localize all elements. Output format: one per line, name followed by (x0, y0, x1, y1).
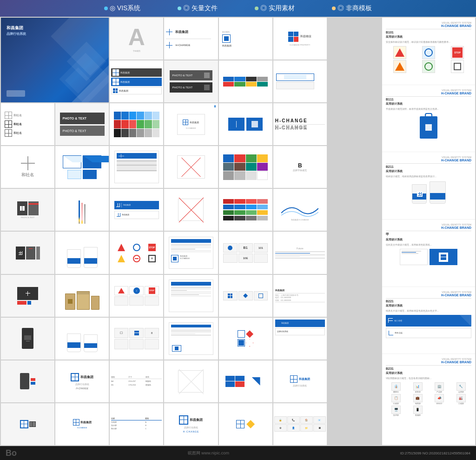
panel-title-2: 应用设计系统 (386, 102, 471, 106)
dept-icon-7: 📣 (435, 394, 444, 402)
panel-brand-4: H-CHANGE BRAND (386, 226, 471, 229)
brand-final-name: 和昌集团 (190, 418, 203, 422)
nav-template[interactable]: ◎ 非商模板 (332, 4, 372, 13)
panel-section-2: VISUAL IDENTITY SYSTEM H-CHANGE BRAND B1… (382, 85, 475, 153)
indicator-cell: 标识规范 和昌集团 (219, 18, 272, 60)
dept-label-10: 客服部 (415, 414, 421, 416)
panel-brand-3: H-CHANGE BRAND (386, 159, 471, 162)
svg-marker-1 (81, 74, 109, 102)
gray-logo-text-1: 和社名 (13, 113, 22, 118)
sign-sub: H-CHANGE (186, 127, 196, 129)
main-content: 和昌集团 品牌行动系统 A 字体规范 (0, 17, 476, 446)
table-cell-6: 胶版纸 (145, 384, 162, 386)
panel-brand-1: H-CHANGE BRAND (386, 24, 471, 27)
addr-line2: 电话：021-88888888 (275, 297, 325, 299)
dept-icon-6: 💼 (413, 394, 423, 402)
brand-final-sys: 品牌行动系统 (184, 426, 198, 429)
id-text: ID:27515099 NO:20200218212459561084 (400, 451, 470, 455)
cross-cell-1 (164, 146, 218, 188)
photo-label-1: PHOTO & TEXT (172, 74, 193, 77)
sign-header-1: 名称 (111, 418, 145, 420)
dept-icon-10: 📱 (413, 406, 423, 414)
dept-icon-4: 🔧 (456, 382, 466, 391)
panel-desc-1: 安全操作标识设计规范，标识设计应遵循标准规格与颜色要求... (386, 41, 471, 44)
color-grid-cell (219, 146, 272, 188)
icon-num1: 101 (254, 243, 268, 253)
future-label: Future (297, 247, 303, 250)
stop-text-2: STOP (149, 289, 154, 292)
sign-row-3: 警示牌C (111, 427, 162, 430)
letterhead-2-cell: 和昌集团H-CHANGE (164, 232, 218, 273)
big-logo-cell: 和社名 (1, 146, 54, 188)
panel-desc-4: 信封及文件袋设计规范，采用标准色彩系统... (386, 244, 471, 247)
logo-cell-1: 和昌集团 H-CHANGE (164, 18, 218, 60)
blue-box-cell (219, 103, 272, 145)
panel-brand-5: H-CHANGE BRAND (386, 293, 471, 297)
panel-section-5: VISUAL IDENTITY SYSTEM H-CHANGE BRAND B2… (382, 287, 475, 354)
addr-line1: 地址：上海市某区某路100号 (275, 294, 325, 296)
dark-logo-text: 和昌集团 (120, 71, 130, 74)
panel-brand-2: H-CHANGE BRAND (386, 92, 471, 95)
final-brand-cell: 和昌集团 H-CHANGE (55, 403, 109, 445)
dept-icon-8: 🏭 (456, 394, 466, 402)
h-change-solid: H-CHANGE (275, 118, 325, 123)
table-cell-4: B5 (111, 384, 127, 386)
color-swatches-large-cell (110, 103, 163, 145)
photo-text-cell-1: PHOTO & TEXT PHOTO & TEXT (164, 60, 218, 102)
dark-phone-2-cell (1, 360, 54, 402)
letterhead-3-cell (164, 275, 218, 317)
panel-num-6: B231 (386, 367, 471, 370)
reg-table-cell: 规格 尺寸 材质 A4 210×297 铜版纸 B5 176×250 胶 (110, 360, 163, 402)
address-info-cell: 和昌集团 地址：上海市某区某路100号 电话：021-88888888 传真：0… (273, 275, 327, 317)
dept-label-9: 技术部 (393, 414, 399, 416)
dept-icon-3: 🏢 (435, 382, 444, 391)
panel-num-4: 甲 (386, 232, 471, 237)
brand-card-title: 和昌集团 (281, 322, 289, 324)
dept-label-5: 行政部 (393, 403, 399, 405)
nav-material[interactable]: ◎ 实用素材 (255, 4, 295, 13)
brand-initial-b: B (298, 162, 302, 169)
gray-logo-text-3: 和社名 (13, 131, 22, 135)
logo-name-small: 和昌集团 (222, 44, 231, 47)
stop-text-1: STOP (149, 246, 155, 249)
icons-grid-cell: B1 101 10E (219, 232, 272, 273)
dept-label-1: 董事长 (393, 391, 399, 393)
panel-title-3: 应用设计系统 (386, 169, 471, 173)
table-cell-5: 176×250 (128, 384, 145, 386)
grid-icon-1: □ (120, 331, 123, 335)
panel-section-3: VISUAL IDENTITY SYSTEM H-CHANGE BRAND B2… (382, 152, 475, 220)
panel-num-2: B111 (386, 98, 471, 101)
sign-row-1: 导视牌A (111, 421, 162, 424)
nav-vis[interactable]: ◎ VIS系统 (104, 4, 140, 13)
brand-row-hchange: H-CHANGE (76, 387, 88, 390)
page-wrapper: ◎ VIS系统 ◎ 矢量文件 ◎ 实用素材 ◎ 非商模板 和昌集团 品牌行动系统 (0, 0, 476, 460)
right-info-panel: VISUAL IDENTITY SYSTEM H-CHANGE BRAND B1… (382, 18, 475, 445)
nav-vector[interactable]: ◎ 矢量文件 (178, 4, 218, 13)
sign-brand: 和昌集团 (190, 121, 199, 124)
brand-name-2: H-CHANGE (175, 44, 190, 47)
brand-row-text: 和昌集团 (80, 375, 93, 380)
color-row-cell (219, 189, 272, 231)
biz-card-name: 张三 经理 (394, 320, 402, 322)
letterhead-4-cell (164, 318, 218, 360)
icon-b1: B1 (238, 243, 253, 253)
grid-area: 和昌集团 品牌行动系统 A 字体规范 (1, 18, 381, 445)
text-lines-cell: H-CHANGE H-CHANGE (273, 103, 327, 145)
panel-title-4: 应用设计系统 (386, 238, 471, 242)
photo-label-2: PHOTO & TEXT (172, 86, 193, 89)
dept-icon-1: 👔 (391, 382, 401, 391)
typography-cell: A 字体规范 (110, 18, 163, 60)
logo-sign-cell: 和昌集团 H-CHANGE 👤 (164, 103, 218, 145)
brand-final-eng: H-CHANGE (183, 430, 199, 433)
card-text-blue: 和昌集团 (123, 204, 131, 206)
biz-card-name-2: 李四 总监 (395, 332, 403, 334)
panel-num-3: B211 (386, 165, 471, 168)
dept-label-6: 销售部 (415, 403, 421, 405)
cell-label-5: 标识规范 (222, 31, 230, 33)
big-logo-text: 和社名 (21, 172, 34, 178)
final-eng: H-CHANGE (77, 427, 87, 429)
grid-num: 8 (145, 328, 159, 338)
addr-line3: 传真：021-88888889 (275, 300, 325, 301)
table-cell-1: A4 (111, 380, 127, 382)
cards-display-cell: 和昌集团 和昌集团 (110, 189, 163, 231)
